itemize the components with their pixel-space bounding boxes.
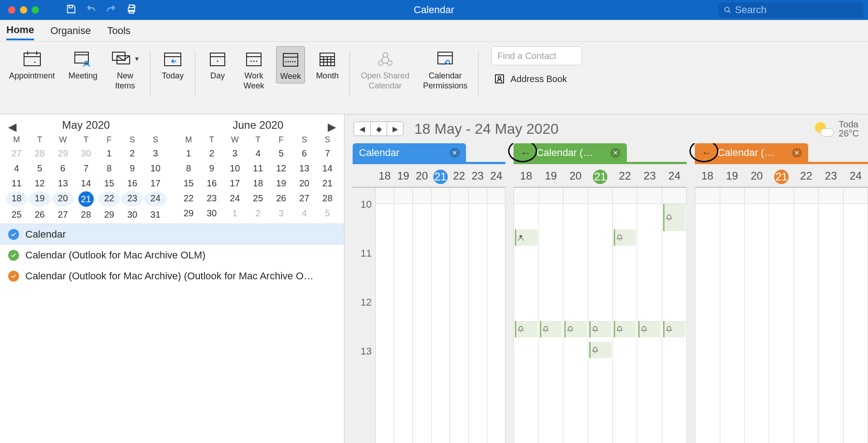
mini-day[interactable]: 28 [29, 146, 51, 161]
calendar-event[interactable] [540, 321, 562, 337]
save-icon[interactable] [66, 4, 76, 16]
mini-day[interactable]: 3 [224, 146, 246, 161]
day-header-cell[interactable]: 22 [613, 170, 638, 184]
mini-day[interactable]: 18 [247, 176, 269, 190]
calendar-list-item[interactable]: Calendar (Outlook for Mac Archive OLM) [0, 245, 344, 266]
mini-day[interactable]: 14 [316, 161, 339, 175]
mini-day[interactable]: 30 [121, 208, 143, 222]
day-column[interactable] [794, 188, 818, 443]
day-column[interactable] [744, 188, 769, 443]
mini-day[interactable]: 27 [293, 191, 315, 205]
mini-day[interactable]: 20 [52, 191, 74, 207]
day-column[interactable] [818, 188, 843, 443]
calendar-event[interactable] [638, 321, 660, 337]
mini-day[interactable]: 6 [52, 161, 74, 175]
mini-day[interactable]: 29 [98, 208, 120, 222]
mini-day[interactable]: 26 [29, 208, 51, 222]
mini-day[interactable]: 9 [121, 161, 143, 175]
day-header-cell[interactable]: 22 [450, 170, 468, 184]
day-header-cell[interactable]: 19 [394, 170, 412, 184]
mini-day[interactable]: 15 [178, 176, 200, 190]
mini-day[interactable]: 4 [293, 206, 315, 220]
mini-day[interactable]: 29 [52, 146, 74, 161]
mini-day[interactable]: 31 [144, 208, 166, 222]
calendar-event[interactable] [515, 229, 537, 246]
day-column[interactable] [588, 188, 612, 443]
mini-day[interactable]: 5 [29, 161, 51, 175]
tab-organise[interactable]: Organise [50, 22, 91, 39]
calendar-list-item[interactable]: Calendar (Outlook for Mac Archive) (Outl… [0, 266, 344, 287]
mini-day[interactable]: 23 [201, 191, 223, 205]
calendar-grid[interactable] [514, 188, 687, 443]
mini-day[interactable]: 25 [247, 191, 269, 205]
mini-day[interactable]: 8 [98, 161, 120, 175]
mini-day[interactable]: 22 [178, 191, 200, 205]
calendar-event[interactable] [564, 321, 587, 337]
mini-day[interactable]: 17 [144, 176, 166, 190]
calendar-grid[interactable]: 10111213 [353, 188, 505, 443]
mini-day[interactable]: 6 [293, 146, 315, 161]
mini-day[interactable]: 7 [75, 161, 97, 175]
mini-day[interactable]: 20 [293, 176, 315, 190]
day-column[interactable] [662, 188, 687, 443]
day-header-cell[interactable]: 23 [468, 170, 487, 184]
mini-day[interactable]: 12 [29, 176, 51, 190]
day-column[interactable] [612, 188, 637, 443]
day-header-cell[interactable]: 23 [637, 170, 662, 184]
mini-day[interactable]: 9 [201, 161, 223, 175]
month-button[interactable]: Month [313, 46, 341, 83]
calendar-tab[interactable]: Calendar✕ [353, 143, 466, 162]
mini-day[interactable]: 5 [316, 206, 339, 220]
mini-day[interactable]: 14 [75, 176, 97, 190]
day-button[interactable]: Day [204, 46, 232, 83]
tab-tools[interactable]: Tools [107, 22, 130, 39]
calendar-tab[interactable]: ←Calendar (…✕ [514, 143, 627, 162]
day-header-cell[interactable]: 21 [588, 170, 613, 184]
mini-day[interactable]: 10 [144, 161, 166, 175]
calendar-event[interactable] [614, 321, 636, 337]
day-column[interactable] [514, 188, 538, 443]
day-header-cell[interactable]: 22 [794, 170, 819, 184]
close-tab-icon[interactable]: ✕ [611, 148, 621, 158]
appointment-button[interactable]: Appointment [6, 46, 58, 83]
maximize-window-icon[interactable] [32, 6, 39, 14]
find-contact-input[interactable]: Find a Contact [491, 46, 582, 65]
calendar-event[interactable] [663, 321, 685, 337]
search-input[interactable] [735, 4, 858, 16]
next-month-button[interactable]: ▶ [328, 121, 336, 133]
day-header-cell[interactable]: 18 [375, 170, 394, 184]
day-header-cell[interactable]: 18 [695, 170, 720, 184]
today-button[interactable]: Today [159, 46, 187, 83]
day-column[interactable] [720, 188, 744, 443]
calendar-permissions-button[interactable]: Calendar Permissions [420, 46, 470, 92]
day-column[interactable] [394, 188, 412, 443]
collapse-arrow-icon[interactable]: ← [701, 146, 712, 159]
nav-next-button[interactable]: ▶ [387, 122, 403, 136]
nav-today-button[interactable]: ◆ [370, 122, 387, 136]
day-column[interactable] [563, 188, 587, 443]
day-column[interactable] [769, 188, 793, 443]
mini-day[interactable]: 22 [98, 191, 120, 207]
minimize-window-icon[interactable] [20, 6, 27, 14]
mini-day[interactable]: 13 [52, 176, 74, 190]
work-week-button[interactable]: Work Week [240, 46, 268, 92]
mini-day[interactable]: 30 [201, 206, 223, 220]
calendar-grid[interactable] [695, 188, 868, 443]
day-column[interactable] [538, 188, 563, 443]
mini-day[interactable]: 16 [201, 176, 223, 190]
day-header-cell[interactable]: 21 [769, 170, 794, 184]
calendar-event[interactable] [589, 342, 611, 358]
open-shared-calendar-button[interactable]: Open Shared Calendar [358, 46, 412, 92]
day-column[interactable] [487, 188, 506, 443]
day-header-cell[interactable]: 24 [843, 170, 868, 184]
mini-day[interactable]: 24 [144, 191, 166, 207]
day-header-cell[interactable]: 19 [720, 170, 745, 184]
day-header-cell[interactable]: 23 [819, 170, 844, 184]
mini-day[interactable]: 26 [270, 191, 292, 205]
mini-day[interactable]: 13 [293, 161, 315, 175]
mini-day[interactable]: 2 [201, 146, 223, 161]
mini-day[interactable]: 7 [316, 146, 339, 161]
mini-day[interactable]: 19 [29, 191, 51, 207]
day-column[interactable] [450, 188, 468, 443]
mini-day[interactable]: 4 [247, 146, 269, 161]
